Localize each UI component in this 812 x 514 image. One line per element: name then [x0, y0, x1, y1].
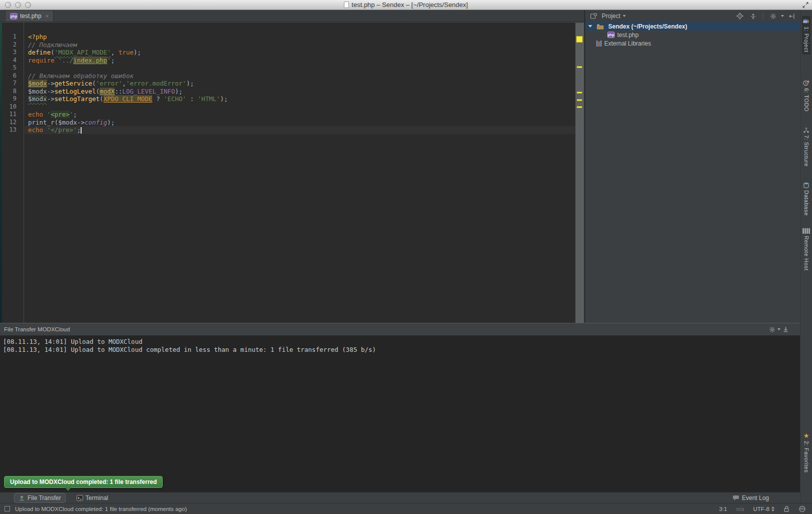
warning-stripe-mark[interactable] [577, 106, 582, 108]
code-token: ( [51, 49, 55, 56]
tree-item-test.php[interactable]: phptest.php [585, 31, 800, 39]
line-number: 5 [2, 64, 24, 72]
scroll-to-end-icon[interactable] [782, 326, 789, 333]
editor-tab-label: test.php [20, 13, 42, 20]
event-log-button[interactable]: Event Log [732, 494, 769, 501]
status-bar: Upload to MODXCloud completed: 1 file tr… [0, 503, 812, 514]
code-line[interactable]: <?php [25, 33, 575, 41]
editor-tab-test.php[interactable]: phptest.php× [5, 10, 54, 22]
stripe-tab-1-project[interactable]: php1: Project [802, 16, 810, 55]
code-line[interactable] [25, 64, 575, 72]
inspections-hector-icon[interactable] [798, 505, 806, 512]
gear-icon[interactable] [770, 13, 776, 20]
svg-text:php: php [803, 20, 807, 23]
warning-stripe-mark[interactable] [577, 99, 582, 101]
editor-tab-bar: phptest.php× [0, 10, 584, 22]
project-panel-title[interactable]: Project [602, 13, 620, 20]
gear-dropdown-chevron-icon[interactable] [781, 15, 784, 17]
line-number: 6 [2, 72, 24, 80]
code-token: : [186, 95, 198, 103]
notification-balloon[interactable]: Upload to MODXCloud completed: 1 file tr… [4, 476, 163, 488]
toggle-toolwindows-button[interactable] [5, 506, 10, 511]
code-token: 'error' [96, 80, 123, 87]
encoding-selector[interactable]: UTF-8 [753, 506, 774, 512]
code-token: <pre> [51, 111, 70, 118]
line-number: 7 [2, 80, 24, 88]
toolwindow-tab-terminal[interactable]: Terminal [73, 493, 112, 502]
code-line[interactable]: echo '</pre>'; [25, 126, 575, 134]
code-line[interactable]: $modx->setLogTarget(XPDO_CLI_MODE ? 'ECH… [25, 95, 575, 103]
code-token: // Включаем обработку ошибок [28, 72, 134, 80]
code-token [43, 111, 47, 118]
line-number: 3 [2, 49, 24, 57]
caret-position[interactable]: 3:1 [719, 506, 727, 512]
toolwindow-tab-file-transfer[interactable]: File Transfer [14, 493, 66, 503]
code-token: ( [96, 88, 100, 95]
warning-stripe-mark[interactable] [577, 66, 582, 68]
code-token: ( [92, 80, 96, 87]
tree-item-external[interactable]: External Libraries [585, 39, 800, 48]
warning-stripe-mark[interactable] [577, 92, 582, 94]
read-state: n/a [736, 506, 744, 512]
chevron-down-icon[interactable] [623, 15, 626, 17]
collapse-all-icon[interactable] [750, 13, 756, 20]
transfer-log[interactable]: [08.11.13, 14:01] Upload to MODXCloud[08… [0, 336, 800, 356]
line-number: 9 [2, 95, 24, 103]
code-token: getService [55, 80, 92, 87]
code-token: 'error.modError' [126, 80, 186, 87]
code-line[interactable]: echo '<pre>'; [25, 111, 575, 119]
text-caret [81, 127, 82, 134]
code-editor[interactable]: 12345678910111213 <?php// Подключаемdefi… [0, 22, 584, 323]
stripe-tab-database[interactable]: Database [802, 180, 810, 218]
code-token: -> [47, 95, 55, 103]
line-number: 10 [2, 103, 24, 111]
terminal-icon [77, 495, 83, 501]
expanded-chevron-icon[interactable] [588, 25, 592, 28]
notification-text: Upload to MODXCloud completed: 1 file tr… [10, 478, 157, 485]
code-line[interactable]: require '../index.php'; [25, 57, 575, 65]
code-token: $modx [28, 95, 47, 103]
code-line[interactable]: // Включаем обработку ошибок [25, 72, 575, 80]
code-token: ); [175, 88, 183, 95]
stripe-tab-remote-host[interactable]: Remote Host [801, 226, 811, 273]
file-transfer-panel-title: File Transfer MODXCloud [4, 326, 70, 332]
gear-dropdown-chevron-icon[interactable] [777, 328, 780, 330]
code-token: ; [111, 57, 115, 64]
scrollbar-thumb[interactable] [576, 23, 584, 324]
hide-panel-icon[interactable] [788, 13, 795, 20]
code-token: 'ECHO' [164, 95, 186, 103]
editor-gutter: 12345678910111213 [2, 23, 24, 323]
code-token: // Подключаем [28, 41, 77, 49]
code-token: <?php [28, 33, 47, 41]
code-token: 'HTML' [198, 95, 220, 103]
status-message[interactable]: Upload to MODXCloud completed: 1 file tr… [15, 506, 187, 512]
stripe-tab-2-favorites[interactable]: ★2: Favorites [802, 430, 810, 475]
code-line[interactable]: $modx->getService('error','error.modErro… [25, 80, 575, 88]
updown-icon [771, 506, 774, 511]
project-panel-header: Project [585, 10, 800, 22]
project-views-icon [590, 13, 597, 20]
code-line[interactable]: $modx->setLogLevel(modX::LOG_LEVEL_INFO)… [25, 88, 575, 96]
locate-file-icon[interactable] [736, 13, 743, 20]
tree-item-sendex[interactable]: Sendex (~/Projects/Sendex) [585, 22, 800, 31]
tree-item-label: External Libraries [604, 40, 651, 47]
gear-icon[interactable] [769, 326, 775, 333]
toolwindow-tab-label: File Transfer [28, 494, 61, 501]
line-number: 12 [2, 119, 24, 127]
code-token: LOG_LEVEL_INFO [122, 88, 175, 95]
code-line[interactable]: define('MODX_API_MODE', true); [25, 49, 575, 57]
editor-code-area[interactable]: <?php// Подключаемdefine('MODX_API_MODE'… [25, 23, 575, 323]
unlock-icon[interactable] [783, 505, 789, 512]
close-tab-icon[interactable]: × [46, 13, 49, 19]
code-line[interactable]: print_r($modx->config); [25, 119, 575, 127]
editor-error-stripe[interactable] [575, 22, 584, 323]
fullscreen-icon[interactable] [802, 2, 809, 9]
tree-item-label: test.php [617, 32, 639, 39]
line-number: 11 [2, 111, 24, 119]
code-line[interactable] [25, 103, 575, 111]
stripe-tab-6-todo[interactable]: 6: TODO [802, 78, 810, 114]
stripe-tab-7-structure[interactable]: 7: Structure [802, 125, 810, 169]
code-line[interactable]: // Подключаем [25, 41, 575, 49]
code-token: $modx [28, 80, 47, 87]
window-title: test.php – Sendex – [~/Projects/Sendex] [0, 1, 812, 9]
